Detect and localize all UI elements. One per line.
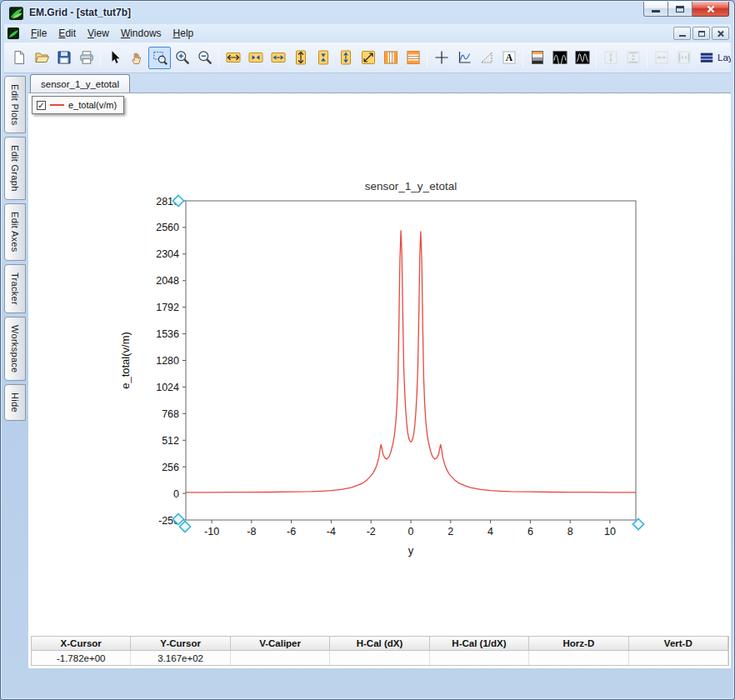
app-logo-icon [9,6,24,19]
zoom-region-button[interactable] [148,47,171,69]
side-tab-edit-plots[interactable]: Edit Plots [4,76,26,133]
pan-button[interactable] [126,47,148,69]
app-window: EM.Grid - [stat_tut7b] File Edit View Wi… [0,0,735,700]
h-cal-1dx-value [430,651,529,665]
maximize-button[interactable] [668,2,692,17]
side-tab-workspace[interactable]: Workspace [4,317,26,382]
plot-border [186,201,636,520]
minimize-button[interactable] [643,2,668,17]
waveform-button[interactable] [548,47,571,69]
zoom-extents-button[interactable] [357,47,379,69]
legend-line-sample [50,104,64,106]
zoom-in-icon [174,49,191,66]
side-tab-hide[interactable]: Hide [4,384,26,421]
y-tick-label: 1792 [156,302,179,313]
x-tick-label: -10 [204,526,219,538]
side-tab-label: Hide [10,392,20,412]
layout-button-label: Layou [718,52,731,62]
x-axis-zoom-out-icon [270,49,287,66]
y-axis-zoom-out-button[interactable] [334,47,357,69]
x-axis-expand-button[interactable] [222,47,244,69]
fit-vertical-button [622,47,644,69]
toolbar-separator [596,48,597,68]
mdi-restore-button[interactable] [692,27,710,40]
horz-d-header: Horz-D [529,637,628,651]
slope-marker-button[interactable] [475,47,498,69]
y-tick-label: 256 [162,462,179,473]
menu-help[interactable]: Help [168,25,200,42]
mdi-minimize-button[interactable] [673,27,691,40]
y-tick-label: 2304 [156,248,179,260]
side-tab-label: Edit Axes [10,212,20,252]
slope-marker-icon [478,49,495,66]
x-tick-label: -8 [247,526,256,538]
colormap-icon [529,49,546,66]
legend-box[interactable]: ✓ e_total(v/m) [32,96,124,114]
y-tick-label: 512 [162,435,179,447]
plot-canvas[interactable]: ✓ e_total(v/m) sensor_1_y_etotal-2560256… [28,93,731,668]
zoom-out-button[interactable] [193,47,216,69]
fit-horizontal-button [672,47,695,69]
save-button[interactable] [52,47,75,69]
axes-plot-icon [456,49,472,66]
side-tab-edit-axes[interactable]: Edit Axes [4,203,26,261]
colormap-button[interactable] [526,47,548,69]
status-value-row: -1.782e+00 3.167e+02 [32,651,728,665]
minimize-icon [679,35,686,37]
layout-button[interactable]: Layou [695,47,731,68]
vert-d-value [629,651,728,665]
split-columns-button[interactable] [379,47,402,69]
print-button[interactable] [75,47,98,69]
y-axis-zoom-in-icon [315,49,332,66]
y-axis-expand-button[interactable] [289,47,312,69]
text-label-button[interactable]: A [498,47,520,69]
side-tab-edit-graph[interactable]: Edit Graph [4,137,26,200]
multi-pulse-button[interactable] [571,47,593,69]
new-document-button[interactable] [8,47,30,69]
toolbar-separator [427,48,428,68]
h-cal-1dx-header: H-Cal (1/dX) [430,637,529,651]
document-tab-sensor-1-y-etotal[interactable]: sensor_1_y_etotal [30,74,130,92]
toolbar-separator [522,48,523,68]
split-rows-icon [405,49,422,66]
legend-label: e_total(v/m) [68,100,117,110]
mdi-window-controls [673,27,731,40]
h-cal-dx-value [330,651,429,665]
menu-file[interactable]: File [25,25,52,42]
print-icon [78,49,95,66]
axes-plot-button[interactable] [452,47,475,69]
legend-checkbox[interactable]: ✓ [37,101,46,110]
close-button[interactable] [692,2,729,17]
waveform-icon [552,49,568,66]
y-tick-label: 1280 [156,355,179,367]
sync-horizontal-button [650,47,672,69]
menu-windows[interactable]: Windows [115,25,168,42]
title-bar[interactable]: EM.Grid - [stat_tut7b] [1,1,734,24]
y-axis-expand-icon [292,49,309,66]
y-tick-label: 0 [173,488,179,500]
menu-view[interactable]: View [82,25,115,42]
pointer-button[interactable] [103,47,126,69]
side-tab-label: Workspace [10,325,20,373]
mdi-close-button[interactable] [712,27,729,40]
open-folder-button[interactable] [30,47,52,69]
menu-bar: File Edit View Windows Help [4,24,731,42]
split-columns-icon [382,49,399,66]
chart[interactable]: sensor_1_y_etotal-2560256512768102412801… [109,172,659,563]
maximize-icon [676,6,684,12]
svg-text:A: A [505,52,512,62]
crosshair-button[interactable] [430,47,452,69]
y-axis-zoom-in-button[interactable] [312,47,334,69]
x-axis-expand-icon [225,49,242,66]
split-rows-button[interactable] [402,47,424,69]
h-cal-dx-header: H-Cal (dX) [330,637,429,651]
menu-edit[interactable]: Edit [52,25,82,42]
x-axis-zoom-in-button[interactable] [244,47,267,69]
x-axis-zoom-out-button[interactable] [267,47,289,69]
close-icon [718,30,724,37]
save-icon [56,49,72,66]
multi-pulse-icon [574,49,591,66]
zoom-in-button[interactable] [171,47,193,69]
document-icon [8,28,20,39]
side-tab-tracker[interactable]: Tracker [4,264,26,313]
